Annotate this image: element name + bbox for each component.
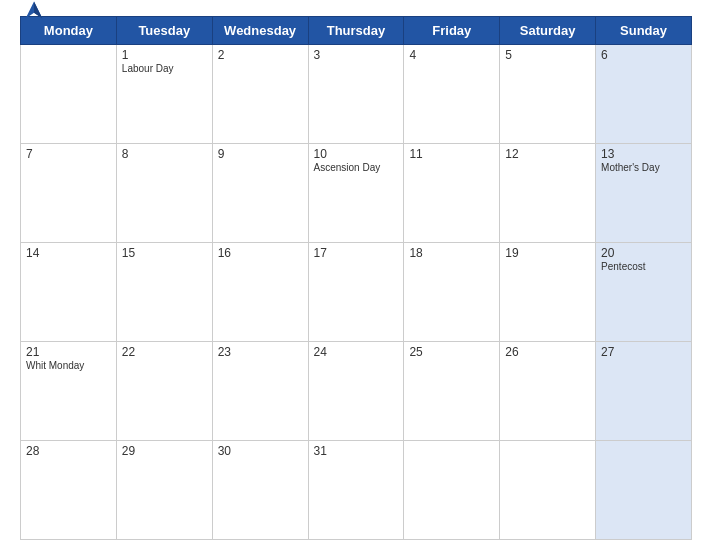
calendar-cell: 1Labour Day [116, 45, 212, 144]
calendar-cell: 15 [116, 243, 212, 342]
svg-marker-1 [34, 2, 42, 19]
day-number: 4 [409, 48, 494, 62]
day-number: 14 [26, 246, 111, 260]
day-number: 24 [314, 345, 399, 359]
holiday-name: Labour Day [122, 63, 207, 74]
calendar-header-row: MondayTuesdayWednesdayThursdayFridaySatu… [21, 17, 692, 45]
day-number: 9 [218, 147, 303, 161]
calendar-cell: 21Whit Monday [21, 342, 117, 441]
calendar-cell: 18 [404, 243, 500, 342]
calendar-cell: 17 [308, 243, 404, 342]
weekday-header-sunday: Sunday [596, 17, 692, 45]
day-number: 13 [601, 147, 686, 161]
holiday-name: Pentecost [601, 261, 686, 272]
day-number: 30 [218, 444, 303, 458]
calendar-table: MondayTuesdayWednesdayThursdayFridaySatu… [20, 16, 692, 540]
calendar-week-row: 78910Ascension Day111213Mother's Day [21, 144, 692, 243]
day-number: 21 [26, 345, 111, 359]
calendar-cell: 7 [21, 144, 117, 243]
calendar-week-row: 21Whit Monday222324252627 [21, 342, 692, 441]
calendar-cell: 8 [116, 144, 212, 243]
day-number: 2 [218, 48, 303, 62]
calendar-cell: 9 [212, 144, 308, 243]
calendar-cell: 12 [500, 144, 596, 243]
day-number: 27 [601, 345, 686, 359]
calendar-week-row: 28293031 [21, 441, 692, 540]
calendar-cell: 20Pentecost [596, 243, 692, 342]
calendar-cell: 30 [212, 441, 308, 540]
weekday-header-thursday: Thursday [308, 17, 404, 45]
calendar-week-row: 14151617181920Pentecost [21, 243, 692, 342]
day-number: 12 [505, 147, 590, 161]
logo-bird-icon [20, 0, 48, 24]
calendar-cell: 23 [212, 342, 308, 441]
calendar-cell: 13Mother's Day [596, 144, 692, 243]
calendar-cell: 10Ascension Day [308, 144, 404, 243]
day-number: 28 [26, 444, 111, 458]
day-number: 31 [314, 444, 399, 458]
calendar-cell: 29 [116, 441, 212, 540]
calendar-cell [21, 45, 117, 144]
calendar-cell: 14 [21, 243, 117, 342]
day-number: 29 [122, 444, 207, 458]
calendar-cell: 4 [404, 45, 500, 144]
holiday-name: Ascension Day [314, 162, 399, 173]
day-number: 7 [26, 147, 111, 161]
day-number: 6 [601, 48, 686, 62]
calendar-cell: 3 [308, 45, 404, 144]
calendar-cell: 26 [500, 342, 596, 441]
day-number: 18 [409, 246, 494, 260]
calendar-cell: 27 [596, 342, 692, 441]
day-number: 25 [409, 345, 494, 359]
calendar-cell: 25 [404, 342, 500, 441]
day-number: 8 [122, 147, 207, 161]
calendar-cell: 2 [212, 45, 308, 144]
day-number: 17 [314, 246, 399, 260]
weekday-header-friday: Friday [404, 17, 500, 45]
weekday-header-saturday: Saturday [500, 17, 596, 45]
calendar-cell: 5 [500, 45, 596, 144]
calendar-body: 1Labour Day2345678910Ascension Day111213… [21, 45, 692, 540]
calendar-week-row: 1Labour Day23456 [21, 45, 692, 144]
day-number: 22 [122, 345, 207, 359]
day-number: 16 [218, 246, 303, 260]
day-number: 3 [314, 48, 399, 62]
day-number: 26 [505, 345, 590, 359]
day-number: 23 [218, 345, 303, 359]
day-number: 19 [505, 246, 590, 260]
holiday-name: Whit Monday [26, 360, 111, 371]
calendar-cell: 16 [212, 243, 308, 342]
weekday-row: MondayTuesdayWednesdayThursdayFridaySatu… [21, 17, 692, 45]
calendar-cell [596, 441, 692, 540]
day-number: 15 [122, 246, 207, 260]
calendar-cell: 11 [404, 144, 500, 243]
calendar-cell [500, 441, 596, 540]
weekday-header-wednesday: Wednesday [212, 17, 308, 45]
calendar-cell: 6 [596, 45, 692, 144]
weekday-header-tuesday: Tuesday [116, 17, 212, 45]
day-number: 5 [505, 48, 590, 62]
day-number: 10 [314, 147, 399, 161]
holiday-name: Mother's Day [601, 162, 686, 173]
calendar-cell: 19 [500, 243, 596, 342]
calendar-cell: 22 [116, 342, 212, 441]
calendar-cell: 31 [308, 441, 404, 540]
day-number: 11 [409, 147, 494, 161]
calendar-cell [404, 441, 500, 540]
day-number: 1 [122, 48, 207, 62]
day-number: 20 [601, 246, 686, 260]
calendar-cell: 28 [21, 441, 117, 540]
calendar-cell: 24 [308, 342, 404, 441]
logo [20, 0, 52, 24]
